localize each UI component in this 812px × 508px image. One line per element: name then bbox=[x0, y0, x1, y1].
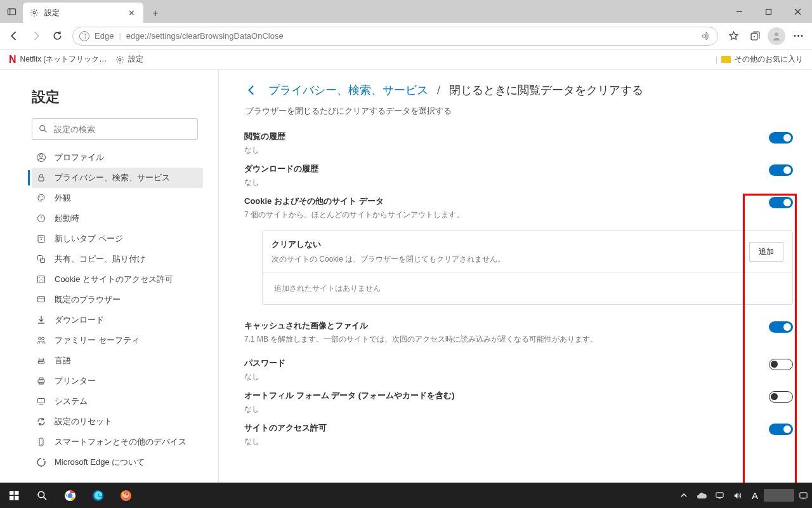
exclude-title: クリアしない bbox=[272, 239, 749, 250]
svg-point-13 bbox=[797, 35, 799, 37]
browser-tab[interactable]: 設定 ✕ bbox=[23, 3, 143, 23]
tray-chevron-icon[interactable] bbox=[675, 483, 693, 508]
tray-clock[interactable] bbox=[764, 489, 794, 502]
svg-point-23 bbox=[43, 196, 44, 197]
exclude-box: クリアしない次のサイトの Cookie は、ブラウザーを閉じてもクリアされません… bbox=[262, 231, 793, 305]
setting-row-2: Cookie およびその他のサイト データ7 個のサイトから。ほとんどのサイトか… bbox=[244, 192, 793, 224]
breadcrumb-link[interactable]: プライバシー、検索、サービス bbox=[268, 83, 428, 98]
windows-taskbar: A bbox=[0, 483, 812, 508]
collections-button[interactable] bbox=[745, 26, 765, 46]
sidebar-item-7[interactable]: 既定のブラウザー bbox=[32, 290, 203, 310]
svg-line-17 bbox=[44, 130, 47, 133]
tab-title: 設定 bbox=[44, 8, 121, 18]
page-subheading: ブラウザーを閉じるたびにクリアするデータを選択する bbox=[244, 105, 793, 117]
svg-point-56 bbox=[67, 493, 72, 498]
sidebar-icon bbox=[36, 192, 47, 204]
nav-back-button[interactable] bbox=[4, 26, 24, 46]
tray-ime[interactable]: A bbox=[746, 483, 764, 508]
sidebar-item-6[interactable]: Cookie とサイトのアクセス許可 bbox=[32, 269, 203, 290]
favorites-button[interactable] bbox=[723, 26, 743, 46]
svg-rect-43 bbox=[39, 378, 43, 380]
taskbar-chrome[interactable] bbox=[56, 483, 84, 508]
svg-point-21 bbox=[39, 196, 41, 197]
address-bar[interactable]: Edge | edge://settings/clearBrowsingData… bbox=[72, 27, 718, 46]
svg-rect-62 bbox=[799, 492, 806, 497]
tray-volume-icon[interactable] bbox=[728, 483, 746, 508]
setting-desc: なし bbox=[244, 436, 769, 447]
other-bookmarks[interactable]: その他のお気に入り bbox=[735, 54, 803, 65]
sidebar-item-5[interactable]: 共有、コピー、貼り付け bbox=[32, 249, 203, 269]
annotation-highlight bbox=[743, 194, 797, 483]
sidebar-item-4[interactable]: 新しいタブ ページ bbox=[32, 229, 203, 249]
breadcrumb-back-button[interactable] bbox=[244, 83, 259, 98]
svg-point-38 bbox=[39, 297, 39, 297]
sidebar-item-13[interactable]: 設定のリセット bbox=[32, 411, 203, 432]
sidebar-item-11[interactable]: プリンター bbox=[32, 371, 203, 391]
taskbar-search-button[interactable] bbox=[28, 483, 56, 508]
setting-desc: なし bbox=[244, 404, 769, 415]
tab-actions-button[interactable] bbox=[0, 0, 23, 23]
setting-row-0: 閲覧の履歴なし bbox=[244, 127, 793, 159]
window-close-button[interactable] bbox=[783, 0, 812, 23]
svg-point-18 bbox=[40, 154, 43, 157]
setting-row-4: パスワードなし bbox=[244, 354, 793, 386]
read-aloud-icon[interactable] bbox=[701, 31, 711, 41]
browser-toolbar: Edge | edge://settings/clearBrowsingData… bbox=[0, 23, 812, 50]
nav-forward-button[interactable] bbox=[25, 26, 46, 46]
setting-title: ダウンロードの履歴 bbox=[244, 163, 769, 175]
sidebar-item-10[interactable]: 言語 bbox=[32, 351, 203, 371]
sidebar-icon bbox=[36, 436, 47, 448]
sidebar-item-14[interactable]: スマートフォンとその他のデバイス bbox=[32, 432, 203, 452]
sidebar-icon bbox=[36, 233, 47, 244]
menu-button[interactable] bbox=[788, 26, 808, 46]
sidebar-item-2[interactable]: 外観 bbox=[32, 188, 203, 208]
sidebar-item-1[interactable]: プライバシー、検索、サービス bbox=[32, 168, 203, 188]
gear-icon bbox=[29, 8, 39, 18]
tab-close-button[interactable]: ✕ bbox=[126, 7, 137, 18]
setting-row-6: サイトのアクセス許可なし bbox=[244, 418, 793, 451]
window-minimize-button[interactable] bbox=[724, 0, 754, 23]
settings-main: プライバシー、検索、サービス / 閉じるときに閲覧データをクリアする ブラウザー… bbox=[219, 70, 812, 483]
svg-point-22 bbox=[41, 196, 42, 197]
sidebar-icon bbox=[36, 152, 47, 163]
sidebar-item-15[interactable]: Microsoft Edge について bbox=[32, 452, 203, 472]
svg-rect-50 bbox=[15, 491, 19, 495]
svg-rect-4 bbox=[766, 9, 771, 14]
bookmarks-bar: N Netflix (ネットフリック… 設定 | その他のお気に入り bbox=[0, 50, 812, 70]
nav-refresh-button[interactable] bbox=[47, 26, 67, 46]
taskbar-edge[interactable] bbox=[84, 483, 112, 508]
tray-onedrive-icon[interactable] bbox=[693, 483, 710, 508]
start-button[interactable] bbox=[0, 483, 28, 508]
setting-title: オートフィル フォーム データ (フォームやカードを含む) bbox=[244, 390, 769, 401]
svg-rect-36 bbox=[38, 297, 45, 302]
bookmark-netflix[interactable]: N Netflix (ネットフリック… bbox=[9, 54, 107, 65]
netflix-icon: N bbox=[9, 54, 16, 65]
sidebar-item-9[interactable]: ファミリー セーフティ bbox=[32, 330, 203, 351]
tray-notifications-icon[interactable] bbox=[794, 483, 812, 508]
sidebar-icon bbox=[36, 294, 47, 305]
breadcrumb: プライバシー、検索、サービス / 閉じるときに閲覧データをクリアする bbox=[244, 83, 793, 98]
svg-point-11 bbox=[775, 32, 778, 36]
window-maximize-button[interactable] bbox=[754, 0, 783, 23]
settings-search[interactable] bbox=[32, 118, 198, 140]
setting-desc: なし bbox=[244, 145, 769, 156]
setting-desc: 7 個のサイトから。ほとんどのサイトからサインアウトします。 bbox=[244, 210, 769, 220]
sidebar-item-12[interactable]: システム bbox=[32, 391, 203, 411]
svg-point-40 bbox=[39, 337, 41, 340]
bookmarks-divider: | bbox=[716, 55, 717, 64]
setting-title: パスワード bbox=[244, 358, 769, 369]
tray-network-icon[interactable] bbox=[710, 483, 728, 508]
search-icon bbox=[39, 124, 48, 133]
taskbar-firefox[interactable] bbox=[112, 483, 140, 508]
sidebar-item-8[interactable]: ダウンロード bbox=[32, 310, 203, 330]
sidebar-item-3[interactable]: 起動時 bbox=[32, 208, 203, 229]
bookmark-settings[interactable]: 設定 bbox=[115, 54, 143, 65]
new-tab-button[interactable]: + bbox=[146, 4, 165, 23]
setting-toggle[interactable] bbox=[769, 164, 793, 176]
profile-button[interactable] bbox=[766, 26, 787, 46]
setting-toggle[interactable] bbox=[769, 132, 793, 144]
sidebar-item-0[interactable]: プロファイル bbox=[32, 147, 203, 168]
svg-rect-52 bbox=[15, 496, 19, 500]
settings-search-input[interactable] bbox=[54, 124, 191, 134]
setting-title: 閲覧の履歴 bbox=[244, 131, 769, 142]
